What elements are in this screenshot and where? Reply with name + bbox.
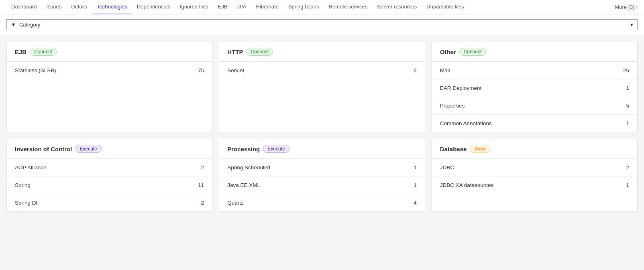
card-header-database: Database Store [432,139,637,159]
nav-more-arrow-icon: › [636,4,638,10]
nav-tab-technologies[interactable]: Technologies [92,0,132,14]
row-label: AOP Alliance [15,164,47,171]
filter-arrow-icon: ▾ [630,22,633,28]
row-label: EAR Deployment [440,85,482,91]
nav-bar: DashboardIssuesDetailsTechnologiesDepend… [0,0,644,14]
row-value: 5 [626,103,629,109]
row-label: Servlet [227,67,244,73]
nav-tab-jpa[interactable]: JPA [232,0,251,14]
card-header-processing: Processing Execute [219,139,424,159]
card-ioc: Inversion of Control Execute AOP Allianc… [6,139,212,212]
main-content: EJB Connect Stateless (SLSB) 75 HTTP Con… [0,35,644,270]
row-label: Quartz [227,200,244,206]
table-row: Mail 26 [432,62,637,79]
table-row: Properties 5 [432,97,637,115]
row-value: 1 [414,182,417,188]
table-row: AOP Alliance 2 [7,159,212,177]
card-badge-processing[interactable]: Execute [263,145,289,153]
card-title-database: Database [440,146,467,152]
card-ejb: EJB Connect Stateless (SLSB) 75 [6,42,212,132]
nav-tab-remote-services[interactable]: Remote services [324,0,373,14]
row-value: 2 [414,67,417,73]
cards-grid: EJB Connect Stateless (SLSB) 75 HTTP Con… [6,42,638,212]
table-row: Stateless (SLSB) 75 [7,62,212,79]
table-row: Java EE XML 1 [219,177,424,194]
row-value: 1 [626,182,629,188]
row-value: 1 [414,164,417,171]
category-filter[interactable]: ▼ Category ▾ [6,19,638,30]
row-label: Common Annotations [440,120,492,126]
card-badge-ioc[interactable]: Execute [75,145,102,153]
table-row: Quartz 4 [219,194,424,211]
card-http: HTTP Connect Servlet 2 [219,42,425,132]
table-row: JDBC 2 [432,159,637,177]
nav-tab-ejb[interactable]: EJB [213,0,232,14]
nav-tab-details[interactable]: Details [66,0,92,14]
card-badge-http[interactable]: Connect [247,48,273,56]
row-value: 75 [198,67,204,73]
nav-more[interactable]: More (3)› [615,4,638,10]
nav-more-label: More (3) [615,4,635,10]
nav-tab-issues[interactable]: Issues [42,0,67,14]
nav-tab-hibernate[interactable]: Hibernate [251,0,283,14]
row-label: Spring [15,182,31,188]
card-header-other: Other Connect [432,42,637,62]
card-title-ioc: Inversion of Control [15,146,72,152]
row-value: 1 [626,85,629,91]
row-label: Properties [440,103,465,109]
filter-bar: ▼ Category ▾ [0,14,644,35]
nav-tab-ignored-files[interactable]: Ignored files [175,0,213,14]
table-row: Spring Scheduled 1 [219,159,424,177]
row-label: Mail [440,67,450,73]
row-label: JDBC XA datasources [440,182,494,188]
card-body-ejb: Stateless (SLSB) 75 [7,62,212,79]
card-other: Other Connect Mail 26 EAR Deployment 1 P… [432,42,638,132]
card-title-other: Other [440,49,456,55]
card-body-other: Mail 26 EAR Deployment 1 Properties 5 Co… [432,62,637,132]
row-value: 11 [198,182,204,188]
nav-tab-spring-beans[interactable]: Spring beans [283,0,324,14]
card-title-processing: Processing [227,146,260,152]
card-badge-database[interactable]: Store [470,145,490,153]
table-row: EAR Deployment 1 [432,79,637,97]
nav-tab-unparsable-files[interactable]: Unparsable files [422,0,469,14]
table-row: Spring DI 2 [7,194,212,211]
card-badge-ejb[interactable]: Connect [30,48,57,56]
card-database: Database Store JDBC 2 JDBC XA datasource… [432,139,638,212]
row-value: 2 [201,164,204,171]
card-body-processing: Spring Scheduled 1 Java EE XML 1 Quartz … [219,159,424,211]
row-value: 1 [626,120,629,126]
card-title-http: HTTP [227,49,243,55]
row-value: 2 [626,164,629,171]
table-row: Servlet 2 [219,62,424,79]
card-body-http: Servlet 2 [219,62,424,79]
card-header-ioc: Inversion of Control Execute [7,139,212,159]
card-title-ejb: EJB [15,49,26,55]
row-label: Spring Scheduled [227,164,270,171]
card-header-http: HTTP Connect [219,42,424,62]
row-value: 4 [414,200,417,206]
card-header-ejb: EJB Connect [7,42,212,62]
table-row: JDBC XA datasources 1 [432,177,637,194]
nav-tab-dependencies[interactable]: Dependencies [132,0,175,14]
table-row: Spring 11 [7,177,212,194]
card-body-ioc: AOP Alliance 2 Spring 11 Spring DI 2 [7,159,212,211]
row-label: Java EE XML [227,182,260,188]
row-value: 2 [201,200,204,206]
filter-icon: ▼ [11,22,16,28]
table-row: Common Annotations 1 [432,115,637,132]
row-label: Stateless (SLSB) [15,67,56,73]
row-value: 26 [623,67,629,73]
row-label: Spring DI [15,200,37,206]
card-processing: Processing Execute Spring Scheduled 1 Ja… [219,139,425,212]
row-label: JDBC [440,164,454,171]
filter-label: Category [19,22,41,28]
card-badge-other[interactable]: Connect [459,48,486,56]
nav-tab-server-resources[interactable]: Server resources [372,0,422,14]
card-body-database: JDBC 2 JDBC XA datasources 1 [432,159,637,194]
nav-tab-dashboard[interactable]: Dashboard [6,0,42,14]
